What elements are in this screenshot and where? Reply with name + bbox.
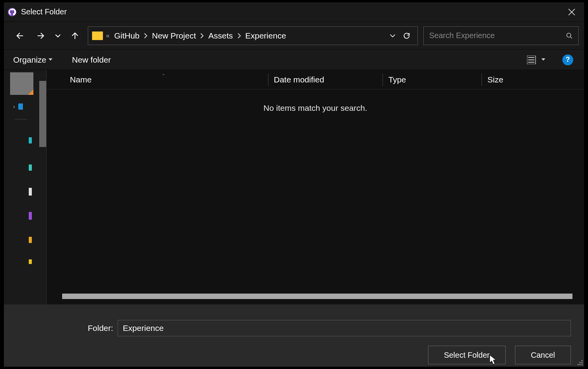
breadcrumb-github[interactable]: GitHub xyxy=(113,31,140,40)
search-box[interactable] xyxy=(423,26,579,45)
column-name[interactable]: Name ˄ xyxy=(70,75,268,84)
address-dropdown[interactable] xyxy=(386,29,400,43)
folder-label: Folder: xyxy=(88,324,113,333)
window-title: Select Folder xyxy=(21,7,562,16)
toolbar: Organize New folder ? xyxy=(4,50,584,70)
tree-item[interactable] xyxy=(29,164,32,171)
close-button[interactable] xyxy=(562,4,581,20)
column-type[interactable]: Type xyxy=(388,75,482,84)
column-headers: Name ˄ Date modified Type Size xyxy=(47,70,584,89)
tree-item[interactable] xyxy=(29,212,32,220)
dialog-footer: Folder: Select Folder Cancel xyxy=(4,304,584,367)
breadcrumb-new-project[interactable]: New Project xyxy=(151,31,197,40)
chevron-right-icon xyxy=(238,33,241,38)
forward-button[interactable] xyxy=(30,26,51,45)
search-icon xyxy=(566,32,573,39)
help-icon: ? xyxy=(562,54,573,65)
horizontal-scrollbar[interactable] xyxy=(62,294,572,299)
folder-picker-dialog: Select Folder « GitHub New Project Asset… xyxy=(4,2,584,367)
organize-button[interactable]: Organize xyxy=(13,55,52,65)
breadcrumb-overflow[interactable]: « xyxy=(106,32,110,39)
refresh-button[interactable] xyxy=(400,29,414,43)
resize-grip[interactable] xyxy=(578,360,583,365)
column-divider[interactable] xyxy=(268,73,268,86)
empty-list-message: No items match your search. xyxy=(47,89,584,113)
nav-pane-thumbnail[interactable] xyxy=(10,72,33,95)
tree-item[interactable] xyxy=(29,137,32,143)
column-name-label: Name xyxy=(70,75,92,84)
github-icon xyxy=(7,7,17,17)
svg-point-1 xyxy=(567,33,571,37)
chevron-down-icon xyxy=(49,58,52,61)
nav-pane-scrollbar[interactable] xyxy=(39,81,46,147)
organize-label: Organize xyxy=(13,55,46,65)
tree-item[interactable] xyxy=(29,237,32,243)
column-divider[interactable] xyxy=(482,73,482,86)
address-bar[interactable]: « GitHub New Project Assets Experience xyxy=(88,26,418,45)
help-button[interactable]: ? xyxy=(561,53,575,67)
cancel-button[interactable]: Cancel xyxy=(515,346,571,364)
breadcrumb-experience[interactable]: Experience xyxy=(245,31,287,40)
folder-name-input[interactable] xyxy=(118,320,571,336)
content-area: › Name ˄ Date modified Type xyxy=(4,70,584,304)
view-options-button[interactable] xyxy=(525,53,539,67)
navigation-pane[interactable]: › xyxy=(4,70,47,304)
sort-indicator-icon: ˄ xyxy=(162,73,165,79)
chevron-right-icon: › xyxy=(13,103,15,110)
tree-item-icon xyxy=(18,103,23,110)
chevron-right-icon xyxy=(144,33,147,38)
navigation-bar: « GitHub New Project Assets Experience xyxy=(4,22,584,50)
breadcrumb-assets[interactable]: Assets xyxy=(207,31,233,40)
file-list: Name ˄ Date modified Type Size No items … xyxy=(47,70,584,304)
up-button[interactable] xyxy=(64,26,85,45)
tree-item[interactable] xyxy=(29,188,32,196)
tree-item[interactable] xyxy=(29,259,32,264)
back-button[interactable] xyxy=(9,26,30,45)
chevron-right-icon xyxy=(200,33,204,38)
tree-separator xyxy=(15,119,27,119)
titlebar: Select Folder xyxy=(4,2,584,22)
column-date[interactable]: Date modified xyxy=(274,75,383,84)
search-input[interactable] xyxy=(429,31,566,40)
new-folder-button[interactable]: New folder xyxy=(72,55,111,65)
column-size[interactable]: Size xyxy=(487,75,542,84)
view-dropdown[interactable] xyxy=(539,53,548,67)
select-folder-button[interactable]: Select Folder xyxy=(428,346,506,364)
folder-icon xyxy=(92,31,103,40)
column-divider[interactable] xyxy=(383,73,383,86)
recent-dropdown[interactable] xyxy=(51,26,64,45)
